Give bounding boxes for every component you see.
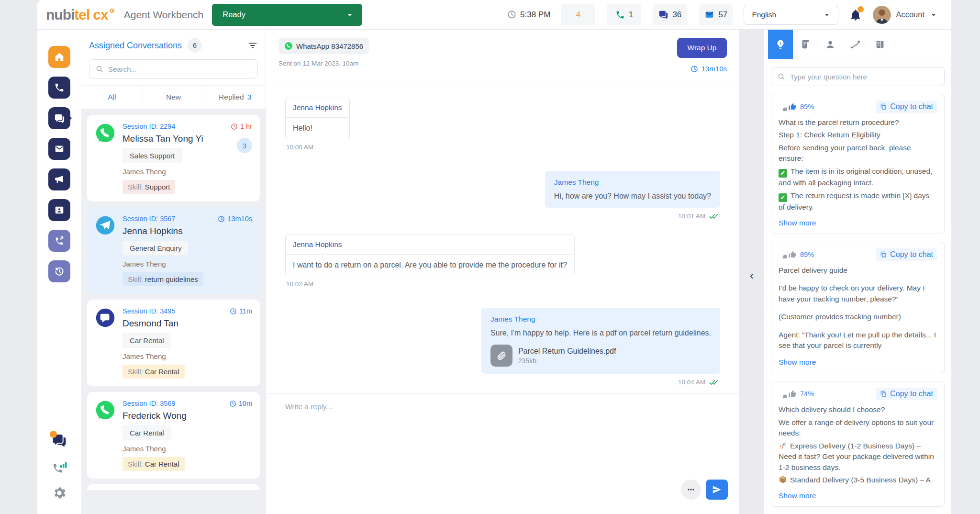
message-inbound: Jenna Hopkins Hello! 10:00 AM <box>285 98 720 151</box>
chevron-down-icon <box>345 10 355 20</box>
suggestion-text: Step 1: Check Return Eligibility <box>779 130 937 140</box>
tab-customer[interactable] <box>818 30 843 59</box>
collapse-assistant-button[interactable]: ‹ <box>750 269 754 282</box>
thumb-down-button[interactable] <box>779 390 787 398</box>
tab-new[interactable]: New <box>143 86 204 109</box>
page-title: Agent Workbench <box>124 9 204 21</box>
conversation-search-input[interactable] <box>108 65 252 73</box>
message-sender: James Theng <box>554 178 711 187</box>
copy-to-chat-button[interactable]: Copy to chat <box>876 248 937 261</box>
message-list: Jenna Hopkins Hello! 10:00 AM James Then… <box>266 82 739 393</box>
show-more-link[interactable]: Show more <box>779 219 816 227</box>
thumb-up-button[interactable] <box>788 390 797 398</box>
suggestion-text: I’d be happy to check on your delivery. … <box>779 283 937 304</box>
nav-home-button[interactable] <box>48 46 70 68</box>
tab-all[interactable]: All <box>81 86 143 109</box>
customer-name: Melissa Tan Yong Yi <box>122 134 237 144</box>
conversation-search <box>89 59 258 78</box>
nav-calls-button[interactable] <box>48 77 70 99</box>
thumb-down-button[interactable] <box>779 103 787 111</box>
reply-input[interactable] <box>285 402 603 474</box>
suggestion-card: 89% Copy to chat Parcel delivery guide I… <box>771 242 945 374</box>
assistant-search-input[interactable] <box>790 73 938 81</box>
email-counter[interactable]: 57 <box>699 4 733 25</box>
message-bubble: Jenna Hopkins I want to do a return on a… <box>285 235 575 276</box>
skill-chip: Skill: return guidelines <box>122 272 203 286</box>
skill-chip: Skill: Car Rental <box>122 457 185 471</box>
attachment[interactable]: Parcel Return Guidelines.pdf 235kb <box>490 345 711 367</box>
whatsapp-icon <box>95 123 116 194</box>
conversation-card-partial[interactable] <box>87 484 260 490</box>
filter-button[interactable] <box>247 40 258 51</box>
message-sender: Jenna Hopkins <box>286 235 574 255</box>
message-time: 10:04 AM <box>678 378 719 386</box>
topic-chip: Car Rental <box>122 425 171 440</box>
nav-email-button[interactable] <box>48 138 70 160</box>
show-more-link[interactable]: Show more <box>779 492 816 500</box>
topic-chip: Car Rental <box>122 333 171 348</box>
thumb-down-button[interactable] <box>779 250 787 258</box>
conversations-title: Assigned Conversations <box>89 41 182 51</box>
conversations-panel: Assigned Conversations 6 All New Replied… <box>81 30 266 514</box>
voice-counter[interactable]: 1 <box>607 4 641 25</box>
conversation-card[interactable]: Session ID: 3495 11m Desmond Tan Car Ren… <box>87 300 260 386</box>
conversation-list: Session ID: 2294 1 hr Melissa Tan Yong Y… <box>81 109 266 514</box>
ellipsis-icon <box>686 485 696 494</box>
notifications-bell[interactable] <box>849 8 862 22</box>
lightbulb-icon <box>775 39 786 50</box>
language-dropdown[interactable]: English <box>744 5 838 25</box>
tab-journey[interactable] <box>843 30 868 59</box>
notification-dot <box>858 6 864 12</box>
suggestion-text: Before sending your parcel back, please … <box>779 143 937 164</box>
customer-name: Desmond Tan <box>122 318 252 329</box>
conversations-count-badge: 6 <box>188 38 202 53</box>
suggestion-card: 74% Copy to chat Which delivery should I… <box>771 381 945 506</box>
session-time: 13m10s <box>218 215 252 223</box>
tab-replied[interactable]: Replied3 <box>204 86 266 109</box>
script-icon <box>801 39 811 49</box>
thumb-up-button[interactable] <box>788 250 797 259</box>
send-button[interactable] <box>706 480 728 500</box>
tab-knowledge[interactable] <box>868 30 892 59</box>
nav-history-button[interactable] <box>48 260 70 282</box>
more-options-button[interactable] <box>681 480 701 500</box>
double-check-icon <box>709 212 719 220</box>
message-bubble: James Theng Sure, I'm happy to help. Her… <box>481 308 720 374</box>
mail-icon <box>704 10 714 20</box>
nav-conversations-button[interactable] <box>48 107 70 129</box>
message-text: I want to do a return on a parcel. Are y… <box>286 255 574 276</box>
conversation-card[interactable]: Session ID: 3569 10m Frederick Wong Car … <box>87 392 260 479</box>
tab-suggestions[interactable] <box>768 30 793 59</box>
message-outbound: James Theng Sure, I'm happy to help. Her… <box>285 308 720 386</box>
session-id: Session ID: 3567 <box>122 215 175 223</box>
copy-icon <box>880 103 887 111</box>
double-check-icon <box>709 378 719 386</box>
chat-counter[interactable]: 36 <box>653 4 687 25</box>
clock-icon <box>507 10 516 19</box>
clock-icon <box>690 65 698 73</box>
conversation-card-selected[interactable]: Session ID: 3567 13m10s Jenna Hopkins Ge… <box>87 207 260 294</box>
team-chat-button[interactable] <box>52 433 67 448</box>
account-menu[interactable]: Account <box>873 6 938 24</box>
nav-campaigns-button[interactable] <box>48 168 70 190</box>
conversation-card[interactable]: Session ID: 2294 1 hr Melissa Tan Yong Y… <box>87 115 260 201</box>
agent-status-dropdown[interactable]: Ready <box>212 4 362 26</box>
confidence-score: 89% <box>800 251 814 258</box>
thumb-up-button[interactable] <box>788 102 797 111</box>
nav-call-transfer-button[interactable] <box>48 230 70 252</box>
call-quality-button[interactable] <box>51 459 67 474</box>
show-more-link[interactable]: Show more <box>779 358 816 367</box>
copy-to-chat-button[interactable]: Copy to chat <box>876 101 937 113</box>
confidence-score: 89% <box>800 103 814 111</box>
nav-contacts-button[interactable] <box>48 199 70 221</box>
pending-counter[interactable]: 4 <box>561 4 595 25</box>
message-time: 10:01 AM <box>678 212 719 220</box>
message-sender: James Theng <box>490 315 711 324</box>
channel-chip: WhatsApp 83472856 <box>278 38 369 54</box>
tab-scripts[interactable] <box>793 30 818 59</box>
wrap-up-button[interactable]: Wrap Up <box>677 38 727 58</box>
session-time: 10m <box>229 400 252 407</box>
copy-to-chat-button[interactable]: Copy to chat <box>876 388 937 400</box>
message-time: 10:02 AM <box>286 280 719 288</box>
settings-gear-button[interactable] <box>52 485 67 501</box>
